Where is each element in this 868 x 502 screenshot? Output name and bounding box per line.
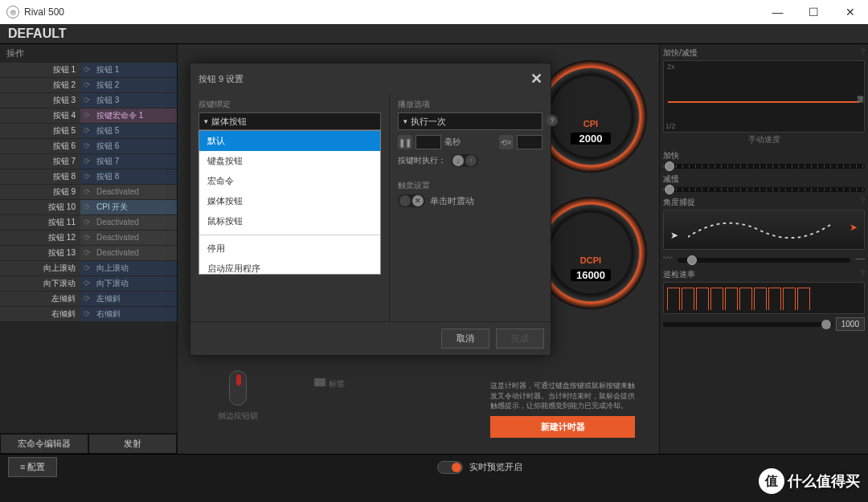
button-row: 按钮 2按钮 2: [0, 78, 177, 92]
config-button[interactable]: ≡ 配置: [8, 457, 57, 477]
button-binding[interactable]: 按钮 5: [80, 124, 177, 138]
button-row: 按钮 12Deactivated: [0, 231, 177, 245]
binding-dropdown: 默认键盘按钮宏命令媒体按钮鼠标按钮停用启动应用程序: [199, 130, 381, 275]
pause-icon[interactable]: ❚❚: [398, 135, 412, 149]
button-label: 按钮 2: [0, 78, 80, 92]
button-label: 按钮 7: [0, 154, 80, 169]
repeat-input[interactable]: [517, 135, 542, 149]
close-icon[interactable]: ✕: [530, 70, 542, 88]
tag-label: 标签: [314, 378, 345, 390]
haptic-toggle[interactable]: ✕: [398, 194, 425, 207]
dropdown-item[interactable]: 默认: [199, 131, 380, 151]
button-binding[interactable]: 按钮 3: [80, 93, 177, 108]
done-button[interactable]: 完成: [496, 329, 544, 349]
button-row: 按钮 3按钮 3: [0, 93, 177, 108]
cursor-icon: ➤: [850, 222, 858, 233]
button-label: 右倾斜: [0, 307, 80, 321]
angle-snap-box[interactable]: ➤ ➤: [663, 210, 865, 250]
button-binding[interactable]: Deactivated: [80, 231, 177, 245]
button-row: 按钮 11Deactivated: [0, 215, 177, 230]
delay-input[interactable]: [416, 135, 441, 149]
dropdown-item[interactable]: 停用: [199, 239, 380, 259]
dropdown-item[interactable]: 鼠标按钮: [199, 211, 380, 231]
button-row: 按钮 4按键宏命令 1: [0, 108, 177, 123]
button-binding[interactable]: 向下滚动: [80, 276, 177, 291]
button-label: 按钮 8: [0, 169, 80, 184]
angle-slider[interactable]: [678, 258, 850, 263]
wave-icon: 〰: [663, 253, 673, 264]
button-row: 按钮 7按钮 7: [0, 154, 177, 169]
launch-button[interactable]: 发射: [88, 434, 177, 454]
slower-slider[interactable]: [663, 187, 865, 192]
button-label: 按钮 13: [0, 246, 80, 260]
faster-label: 加快: [663, 150, 865, 161]
button-binding[interactable]: CPI 开关: [80, 200, 177, 214]
cancel-button[interactable]: 取消: [441, 329, 489, 349]
window-minimize[interactable]: —: [760, 0, 796, 24]
button-binding[interactable]: 按钮 1: [80, 63, 177, 77]
button-row: 按钮 6按钮 6: [0, 139, 177, 153]
button-label: 向下滚动: [0, 276, 80, 291]
timer-description: 这是计时器，可通过键盘按键或鼠标按键来触发又令动计时器。当计时结束时，鼠标会提供…: [490, 381, 635, 411]
button-row: 按钮 1按钮 1: [0, 63, 177, 77]
bottom-bar: ≡ 配置 实时预览开启: [0, 454, 868, 480]
repeat-icon[interactable]: ⟲×: [499, 135, 514, 149]
timer-panel: 这是计时器，可通过键盘按键或鼠标按键来触发又令动计时器。当计时结束时，鼠标会提供…: [490, 381, 635, 438]
poll-title: 巡检速率: [663, 269, 695, 280]
window-close[interactable]: ✕: [832, 0, 868, 24]
cursor-icon: ➤: [670, 230, 678, 241]
button-binding[interactable]: 左倾斜: [80, 292, 177, 306]
dropdown-item[interactable]: 键盘按钮: [199, 151, 380, 171]
haptic-value: 单击时震动: [430, 195, 474, 207]
accel-graph[interactable]: 2x 加速度 1/2: [663, 60, 865, 133]
new-timer-button[interactable]: 新建计时器: [490, 416, 635, 438]
help-icon[interactable]: ?: [860, 269, 865, 280]
help-icon[interactable]: ?: [860, 47, 865, 59]
dropdown-item[interactable]: 媒体按钮: [199, 191, 380, 211]
button-binding[interactable]: Deactivated: [80, 185, 177, 199]
help-icon[interactable]: ?: [860, 197, 865, 208]
exec-label: 按键时执行：: [398, 155, 446, 166]
button-binding[interactable]: 按钮 7: [80, 154, 177, 169]
button-binding[interactable]: 按钮 6: [80, 139, 177, 153]
button-row: 按钮 9Deactivated: [0, 185, 177, 199]
button-row: 左倾斜左倾斜: [0, 292, 177, 306]
button-label: 按钮 10: [0, 200, 80, 214]
button-label: 按钮 1: [0, 63, 80, 77]
button-binding[interactable]: 按键宏命令 1: [80, 108, 177, 123]
button-label: 按钮 9: [0, 185, 80, 199]
window-maximize[interactable]: ☐: [796, 0, 832, 24]
button-row: 向下滚动向下滚动: [0, 276, 177, 291]
button-settings-dialog: 按钮 9 设置 ✕ 按键绑定 媒体按钮 默认键盘按钮宏命令媒体按钮鼠标按钮停用启…: [190, 63, 551, 356]
live-preview-toggle[interactable]: 实时预览开启: [437, 461, 522, 474]
button-row: 向上滚动向上滚动: [0, 261, 177, 275]
binding-combo[interactable]: 媒体按钮: [199, 112, 381, 130]
button-row: 按钮 10CPI 开关: [0, 200, 177, 214]
polling-rate-value: 1000: [836, 317, 865, 331]
button-binding[interactable]: 按钮 2: [80, 78, 177, 92]
faster-slider[interactable]: [663, 164, 865, 169]
window-title: Rival 500: [24, 6, 64, 18]
button-label: 按钮 11: [0, 215, 80, 230]
button-label: 向上滚动: [0, 261, 80, 275]
actions-title: 操作: [0, 44, 177, 63]
profile-name: DEFAULT: [8, 27, 67, 41]
profile-header: DEFAULT: [0, 24, 868, 44]
exec-on-press-toggle[interactable]: ↓↑: [451, 154, 478, 167]
polling-rate-slider[interactable]: [663, 322, 833, 327]
button-label: 按钮 5: [0, 124, 80, 138]
button-binding[interactable]: 右倾斜: [80, 307, 177, 321]
button-binding[interactable]: Deactivated: [80, 246, 177, 260]
slower-label: 减慢: [663, 173, 865, 185]
button-binding[interactable]: 向上滚动: [80, 261, 177, 275]
watermark: 值 什么值得买: [759, 468, 860, 494]
button-binding[interactable]: 按钮 8: [80, 169, 177, 184]
dropdown-item[interactable]: 宏命令: [199, 171, 380, 191]
macro-editor-button[interactable]: 宏命令编辑器: [0, 434, 88, 454]
accel-title: 加快/减慢: [663, 47, 698, 59]
dcpi-gauge[interactable]: DCPI 16000: [534, 197, 647, 309]
dropdown-item[interactable]: 启动应用程序: [199, 259, 380, 275]
playback-combo[interactable]: 执行一次: [398, 112, 542, 130]
button-binding[interactable]: Deactivated: [80, 215, 177, 230]
playback-label: 播放选项: [398, 99, 542, 110]
